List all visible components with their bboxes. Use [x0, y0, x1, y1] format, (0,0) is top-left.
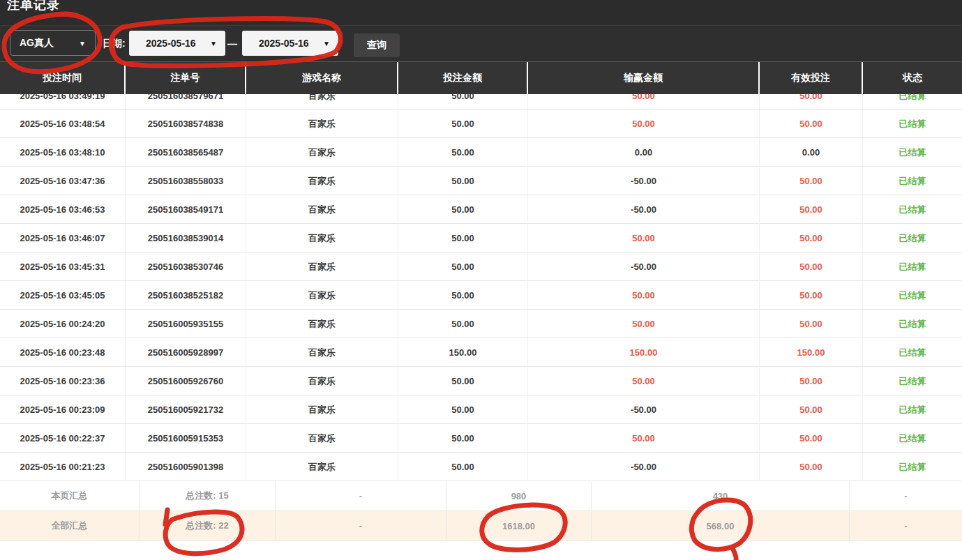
col-header-game-name: 游戏名称	[246, 62, 398, 94]
cell-bet-amount: 150.00	[398, 338, 528, 367]
table-row: 2025-05-16 03:46:53 250516038549171 百家乐 …	[0, 195, 962, 224]
col-header-valid-bet: 有效投注	[760, 62, 863, 94]
cell-bet-time: 2025-05-16 03:45:31	[0, 252, 126, 281]
table-row: 2025-05-16 00:23:48 250516005928997 百家乐 …	[0, 338, 962, 367]
chevron-down-icon: ▼	[79, 40, 86, 47]
cell-win-loss: 150.00	[528, 338, 760, 367]
page-title: 注单记录	[7, 0, 60, 13]
date-to-value: 2025-05-16	[259, 38, 309, 49]
query-button[interactable]: 查询	[354, 33, 400, 57]
cell-game-name: 百家乐	[246, 109, 398, 138]
cell-status: 已结算	[863, 310, 962, 338]
cell-bet-number: 250516005935155	[126, 310, 246, 338]
chevron-down-icon: ▼	[323, 40, 330, 47]
cell-status: 已结算	[863, 109, 962, 138]
table-row: 2025-05-16 03:45:31 250516038530746 百家乐 …	[0, 252, 962, 281]
cell-game-name: 百家乐	[246, 367, 398, 395]
cell-valid-bet: 50.00	[760, 94, 863, 109]
cell-bet-time: 2025-05-16 00:24:20	[0, 310, 126, 338]
cell-bet-number: 250516038579671	[126, 94, 246, 109]
cell-win-loss: 50.00	[528, 367, 760, 395]
cell-win-loss: -50.00	[528, 453, 760, 481]
cell-bet-amount: 50.00	[398, 195, 528, 224]
cell-valid-bet: 50.00	[760, 281, 863, 310]
cell-bet-number: 250516038549171	[126, 195, 246, 224]
table-body: 2025-05-16 03:49:19 250516038579671 百家乐 …	[0, 94, 962, 481]
date-label: 日期:	[103, 26, 126, 62]
cell-bet-time: 2025-05-16 00:23:36	[0, 367, 126, 395]
cell-status: 已结算	[863, 195, 962, 224]
grand-summary-row: 全部汇总 总注数: 22 - 1618.00 568.00 -	[0, 511, 962, 541]
cell-status: 已结算	[863, 453, 962, 481]
filter-bar: AG真人 ▼ 日期: 2025-05-16 ▼ — 2025-05-16 ▼ 查…	[0, 25, 962, 61]
cell-bet-amount: 50.00	[398, 281, 528, 310]
page-summary-valid: 430	[592, 481, 850, 510]
table-row: 2025-05-16 00:23:36 250516005926760 百家乐 …	[0, 367, 962, 395]
date-to-select[interactable]: 2025-05-16 ▼	[242, 31, 338, 56]
cell-bet-amount: 50.00	[398, 138, 528, 167]
cell-bet-time: 2025-05-16 03:45:05	[0, 281, 126, 310]
cell-valid-bet: 50.00	[760, 395, 863, 424]
cell-game-name: 百家乐	[246, 338, 398, 367]
table-row: 2025-05-16 03:48:10 250516038565487 百家乐 …	[0, 138, 962, 167]
cell-game-name: 百家乐	[246, 424, 398, 453]
table-row: 2025-05-16 00:23:09 250516005921732 百家乐 …	[0, 395, 962, 424]
table-row: 2025-05-16 03:47:36 250516038558033 百家乐 …	[0, 167, 962, 195]
chevron-down-icon: ▼	[210, 40, 217, 47]
table-row: 2025-05-16 03:49:19 250516038579671 百家乐 …	[0, 94, 962, 109]
cell-status: 已结算	[863, 395, 962, 424]
cell-valid-bet: 50.00	[760, 310, 863, 338]
cell-bet-number: 250516005901398	[126, 453, 246, 481]
date-range-dash: —	[227, 26, 237, 62]
cell-bet-number: 250516005926760	[126, 367, 246, 395]
cell-game-name: 百家乐	[246, 281, 398, 310]
cell-status: 已结算	[863, 224, 962, 252]
cell-status: 已结算	[863, 138, 962, 167]
cell-bet-number: 250516038565487	[126, 138, 246, 167]
col-header-bet-number: 注单号	[126, 62, 246, 94]
cell-valid-bet: 50.00	[760, 195, 863, 224]
cell-bet-time: 2025-05-16 03:49:19	[0, 94, 126, 109]
cell-game-name: 百家乐	[246, 167, 398, 195]
page-summary-count: 总注数: 15	[140, 481, 276, 510]
grand-summary-game: -	[276, 511, 446, 540]
cell-game-name: 百家乐	[246, 252, 398, 281]
cell-win-loss: 50.00	[528, 224, 760, 252]
cell-game-name: 百家乐	[246, 94, 398, 109]
page-summary-status: -	[850, 481, 962, 510]
page-summary-label: 本页汇总	[0, 481, 140, 510]
game-platform-select[interactable]: AG真人 ▼	[10, 30, 96, 56]
date-from-select[interactable]: 2025-05-16 ▼	[129, 31, 225, 56]
table-row: 2025-05-16 00:24:20 250516005935155 百家乐 …	[0, 310, 962, 338]
table-row: 2025-05-16 00:21:23 250516005901398 百家乐 …	[0, 453, 962, 481]
cell-bet-amount: 50.00	[398, 252, 528, 281]
date-from-value: 2025-05-16	[146, 38, 196, 49]
cell-game-name: 百家乐	[246, 224, 398, 252]
cell-bet-amount: 50.00	[398, 395, 528, 424]
cell-win-loss: 50.00	[528, 310, 760, 338]
cell-game-name: 百家乐	[246, 453, 398, 481]
cell-valid-bet: 50.00	[760, 109, 863, 138]
cell-win-loss: 50.00	[528, 281, 760, 310]
page-summary-row: 本页汇总 总注数: 15 - 980 430 -	[0, 481, 962, 511]
cell-bet-time: 2025-05-16 00:22:37	[0, 424, 126, 453]
cell-valid-bet: 50.00	[760, 453, 863, 481]
cell-bet-time: 2025-05-16 00:23:09	[0, 395, 126, 424]
cell-game-name: 百家乐	[246, 195, 398, 224]
cell-valid-bet: 50.00	[760, 252, 863, 281]
cell-win-loss: 50.00	[528, 109, 760, 138]
cell-bet-time: 2025-05-16 00:21:23	[0, 453, 126, 481]
bet-records-screen: 注单记录 AG真人 ▼ 日期: 2025-05-16 ▼ — 2025-05-1…	[0, 0, 962, 560]
cell-valid-bet: 50.00	[760, 224, 863, 252]
cell-status: 已结算	[863, 367, 962, 395]
cell-status: 已结算	[863, 281, 962, 310]
table-row: 2025-05-16 00:22:37 250516005915353 百家乐 …	[0, 424, 962, 453]
cell-win-loss: 50.00	[528, 94, 760, 109]
page-summary-game: -	[276, 481, 446, 510]
cell-bet-amount: 50.00	[398, 424, 528, 453]
cell-bet-number: 250516038530746	[126, 252, 246, 281]
cell-valid-bet: 0.00	[760, 138, 863, 167]
grand-summary-bet-total: 1618.00	[446, 511, 592, 540]
cell-bet-time: 2025-05-16 03:47:36	[0, 167, 126, 195]
table-row: 2025-05-16 03:45:05 250516038525182 百家乐 …	[0, 281, 962, 310]
